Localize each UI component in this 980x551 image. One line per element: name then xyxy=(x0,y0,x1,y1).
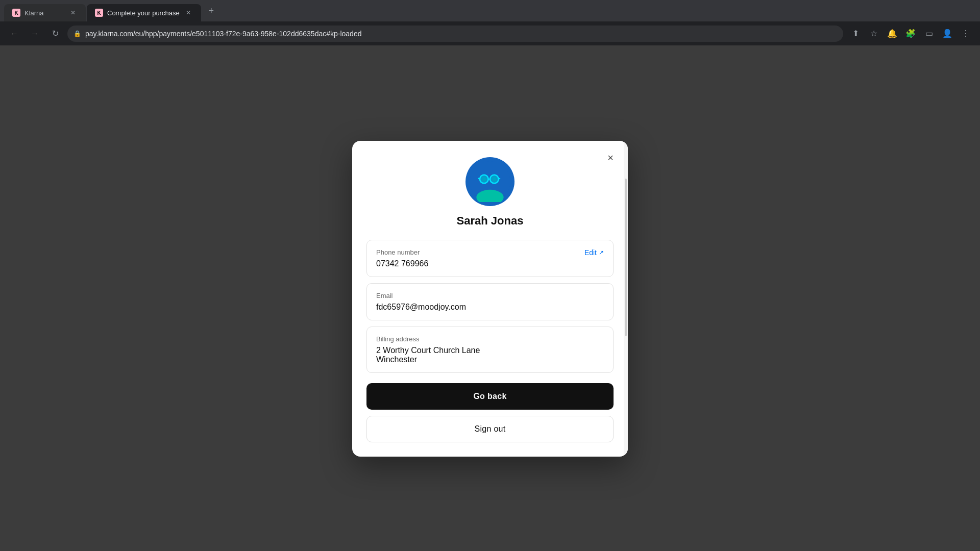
tab-purchase-close[interactable]: ✕ xyxy=(184,8,193,17)
refresh-icon: ↻ xyxy=(52,29,59,38)
phone-section: Phone number 07342 769966 Edit ↗ xyxy=(366,240,614,277)
share-button[interactable]: ⬆ xyxy=(847,26,864,42)
new-tab-button[interactable]: + xyxy=(204,4,218,18)
tab-klarna[interactable]: K Klarna ✕ xyxy=(4,4,86,21)
refresh-button[interactable]: ↻ xyxy=(47,26,63,42)
billing-line1: 2 Worthy Court Church Lane xyxy=(376,346,604,355)
email-label: Email xyxy=(376,292,604,299)
svg-point-8 xyxy=(492,177,496,181)
user-name: Sarah Jonas xyxy=(457,214,524,228)
menu-button[interactable]: ⋮ xyxy=(958,26,974,42)
forward-icon: → xyxy=(31,29,39,38)
billing-label: Billing address xyxy=(376,335,604,343)
edit-label: Edit xyxy=(584,248,597,257)
email-section: Email fdc65976@moodjoy.com xyxy=(366,283,614,320)
avatar-section: Sarah Jonas xyxy=(366,157,614,228)
billing-line2: Winchester xyxy=(376,355,604,364)
go-back-button[interactable]: Go back xyxy=(366,383,614,410)
modal-body: Sarah Jonas Phone number 07342 769966 Ed… xyxy=(352,141,628,373)
modal-close-button[interactable]: × xyxy=(601,149,620,167)
modal-scrollbar-thumb xyxy=(625,179,627,337)
bookmark-button[interactable]: ☆ xyxy=(866,26,882,42)
tabs-bar: K Klarna ✕ K Complete your purchase ✕ + xyxy=(0,0,980,21)
notification-button[interactable]: 🔔 xyxy=(884,26,900,42)
modal: × xyxy=(352,141,628,457)
tab-klarna-favicon: K xyxy=(12,9,20,17)
phone-label: Phone number xyxy=(376,248,604,256)
billing-section: Billing address 2 Worthy Court Church La… xyxy=(366,327,614,373)
back-button[interactable]: ← xyxy=(6,26,22,42)
extensions-button[interactable]: 🧩 xyxy=(902,26,919,42)
lock-icon: 🔒 xyxy=(74,30,81,37)
address-bar[interactable]: 🔒 pay.klarna.com/eu/hpp/payments/e501110… xyxy=(67,26,843,42)
tab-purchase[interactable]: K Complete your purchase ✕ xyxy=(87,4,201,21)
profile-button[interactable]: 👤 xyxy=(939,26,955,42)
toolbar-actions: ⬆ ☆ 🔔 🧩 ▭ 👤 ⋮ xyxy=(847,26,974,42)
browser-toolbar: ← → ↻ 🔒 pay.klarna.com/eu/hpp/payments/e… xyxy=(0,21,980,46)
modal-scroll-area[interactable]: Sarah Jonas Phone number 07342 769966 Ed… xyxy=(352,141,628,375)
phone-value: 07342 769966 xyxy=(376,259,604,268)
email-value: fdc65976@moodjoy.com xyxy=(376,303,604,312)
phone-edit-link[interactable]: Edit ↗ xyxy=(584,248,604,257)
address-text: pay.klarna.com/eu/hpp/payments/e5011103-… xyxy=(85,30,837,38)
modal-scrollbar[interactable] xyxy=(624,141,628,457)
sidebar-button[interactable]: ▭ xyxy=(921,26,937,42)
tab-purchase-title: Complete your purchase xyxy=(107,9,180,17)
tab-klarna-close[interactable]: ✕ xyxy=(68,8,78,17)
avatar-svg xyxy=(470,161,510,202)
avatar xyxy=(465,157,514,206)
tab-purchase-favicon: K xyxy=(95,9,103,17)
browser-window: K Klarna ✕ K Complete your purchase ✕ + … xyxy=(0,0,980,551)
forward-button[interactable]: → xyxy=(27,26,43,42)
tab-klarna-title: Klarna xyxy=(24,9,64,17)
modal-footer: Go back Sign out xyxy=(352,375,628,457)
svg-point-7 xyxy=(482,177,486,181)
back-icon: ← xyxy=(10,29,18,38)
browser-content: × xyxy=(0,46,980,551)
sign-out-button[interactable]: Sign out xyxy=(366,416,614,442)
edit-external-icon: ↗ xyxy=(599,249,604,256)
